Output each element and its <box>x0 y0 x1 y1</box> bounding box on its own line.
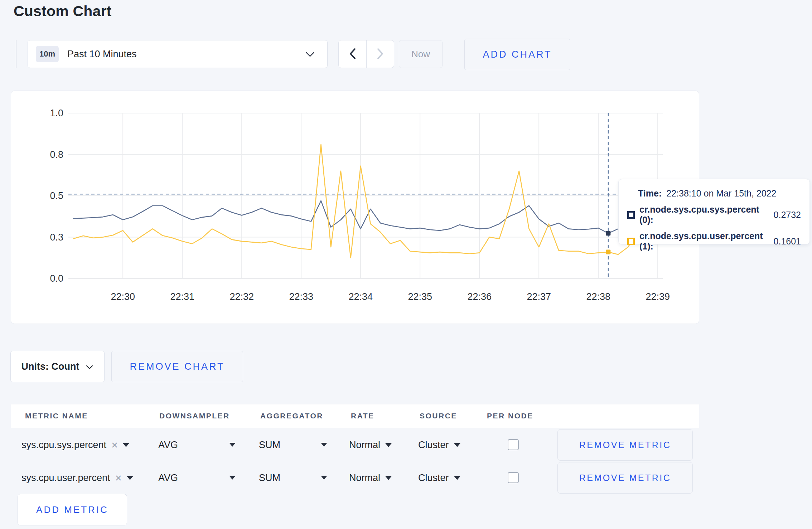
svg-text:22:34: 22:34 <box>348 291 373 302</box>
tooltip-series-value: 0.1601 <box>774 236 801 247</box>
caret-down-icon <box>123 443 129 447</box>
svg-text:0.3: 0.3 <box>50 232 63 243</box>
now-button[interactable]: Now <box>399 40 443 68</box>
aggregator-select[interactable]: SUM <box>259 462 280 494</box>
source-value: Cluster <box>418 440 449 451</box>
time-range-badge: 10m <box>36 46 59 62</box>
chevron-down-icon <box>86 361 93 372</box>
chevron-down-icon <box>305 51 315 59</box>
chart-card: 0.00.30.50.81.022:3022:3122:3222:3322:34… <box>11 91 699 324</box>
chart-tooltip: Time: 22:38:10 on Mar 15th, 2022 cr.node… <box>618 179 810 244</box>
caret-down-icon <box>385 443 392 447</box>
svg-text:22:37: 22:37 <box>527 291 551 302</box>
caret-down-icon <box>454 443 460 447</box>
aggregator-select[interactable]: SUM <box>259 429 280 461</box>
svg-text:0.8: 0.8 <box>50 149 63 160</box>
rate-select[interactable]: Normal <box>349 429 392 461</box>
sys-percent-swatch-icon <box>627 211 635 219</box>
metric-name-value: sys.cpu.sys.percent <box>21 440 106 451</box>
aggregator-value: SUM <box>259 440 280 451</box>
metric-row: sys.cpu.user.percent × AVG SUM Normal Cl… <box>11 462 699 494</box>
clear-icon[interactable]: × <box>115 472 122 484</box>
svg-text:22:32: 22:32 <box>229 291 254 302</box>
svg-text:0.0: 0.0 <box>50 273 63 284</box>
caret-down-icon <box>385 476 392 480</box>
toolbar-left-divider <box>16 40 16 68</box>
source-value: Cluster <box>418 472 449 484</box>
time-range-select[interactable]: 10m Past 10 Minutes <box>28 40 328 68</box>
tooltip-series-row: cr.node.sys.cpu.user.percent (1): 0.1601 <box>627 231 801 252</box>
svg-text:22:38: 22:38 <box>586 291 610 302</box>
tooltip-time-row: Time: 22:38:10 on Mar 15th, 2022 <box>638 188 801 199</box>
chevron-right-icon <box>376 48 385 61</box>
svg-text:1.0: 1.0 <box>50 108 63 118</box>
metrics-table-header: METRIC NAME DOWNSAMPLER AGGREGATOR RATE … <box>11 404 699 428</box>
tooltip-series-label: cr.node.sys.cpu.sys.percent (0): <box>639 204 767 225</box>
downsampler-value: AVG <box>158 440 178 451</box>
remove-chart-button[interactable]: REMOVE CHART <box>111 351 243 382</box>
svg-text:22:33: 22:33 <box>289 291 313 302</box>
page-title: Custom Chart <box>14 3 111 20</box>
svg-text:22:36: 22:36 <box>467 291 492 302</box>
metric-name-select[interactable]: sys.cpu.user.percent × <box>21 462 133 494</box>
metric-name-value: sys.cpu.user.percent <box>21 472 110 484</box>
next-time-button[interactable] <box>366 40 394 68</box>
metric-row: sys.cpu.sys.percent × AVG SUM Normal Clu… <box>11 429 699 461</box>
column-aggregator: AGGREGATOR <box>260 412 323 420</box>
downsampler-select[interactable]: AVG <box>158 462 178 494</box>
caret-down-icon[interactable] <box>321 443 327 447</box>
svg-text:0.5: 0.5 <box>50 190 63 201</box>
tooltip-time-value: 22:38:10 on Mar 15th, 2022 <box>666 188 776 199</box>
column-per-node: PER NODE <box>487 412 533 420</box>
per-node-checkbox[interactable] <box>508 472 519 483</box>
svg-text:22:31: 22:31 <box>170 291 194 302</box>
aggregator-value: SUM <box>259 472 280 484</box>
rate-value: Normal <box>349 472 380 484</box>
tooltip-time-label: Time: <box>638 188 662 199</box>
svg-text:22:35: 22:35 <box>408 291 432 302</box>
source-select[interactable]: Cluster <box>418 462 460 494</box>
svg-text:22:39: 22:39 <box>646 291 670 302</box>
column-downsampler: DOWNSAMPLER <box>159 412 230 420</box>
caret-down-icon <box>127 476 133 480</box>
per-node-checkbox[interactable] <box>508 439 519 450</box>
column-rate: RATE <box>351 412 374 420</box>
metric-name-select[interactable]: sys.cpu.sys.percent × <box>21 429 129 461</box>
downsampler-select[interactable]: AVG <box>158 429 178 461</box>
svg-text:22:30: 22:30 <box>111 291 135 302</box>
add-metric-button[interactable]: ADD METRIC <box>18 494 127 525</box>
remove-metric-button[interactable]: REMOVE METRIC <box>557 429 693 461</box>
clear-icon[interactable]: × <box>111 440 118 451</box>
remove-metric-button[interactable]: REMOVE METRIC <box>557 462 693 494</box>
rate-value: Normal <box>349 440 380 451</box>
time-pager <box>338 40 394 68</box>
tooltip-series-row: cr.node.sys.cpu.sys.percent (0): 0.2732 <box>627 204 801 225</box>
caret-down-icon <box>454 476 460 480</box>
prev-time-button[interactable] <box>339 40 366 68</box>
chevron-left-icon <box>348 48 357 61</box>
column-metric-name: METRIC NAME <box>25 412 88 420</box>
cpu-percent-line-chart[interactable]: 0.00.30.50.81.022:3022:3122:3222:3322:34… <box>11 91 700 324</box>
add-chart-button[interactable]: ADD CHART <box>464 39 570 70</box>
user-percent-swatch-icon <box>627 238 635 245</box>
units-select[interactable]: Units: Count <box>10 351 105 382</box>
rate-select[interactable]: Normal <box>349 462 392 494</box>
caret-down-icon[interactable] <box>321 476 327 480</box>
tooltip-series-label: cr.node.sys.cpu.user.percent (1): <box>639 231 767 252</box>
time-range-label: Past 10 Minutes <box>67 49 137 60</box>
caret-down-icon[interactable] <box>229 443 236 447</box>
downsampler-value: AVG <box>158 472 178 484</box>
caret-down-icon[interactable] <box>229 476 236 480</box>
column-source: SOURCE <box>420 412 457 420</box>
units-label: Units: Count <box>21 361 79 372</box>
tooltip-series-value: 0.2732 <box>774 210 801 220</box>
source-select[interactable]: Cluster <box>418 429 460 461</box>
